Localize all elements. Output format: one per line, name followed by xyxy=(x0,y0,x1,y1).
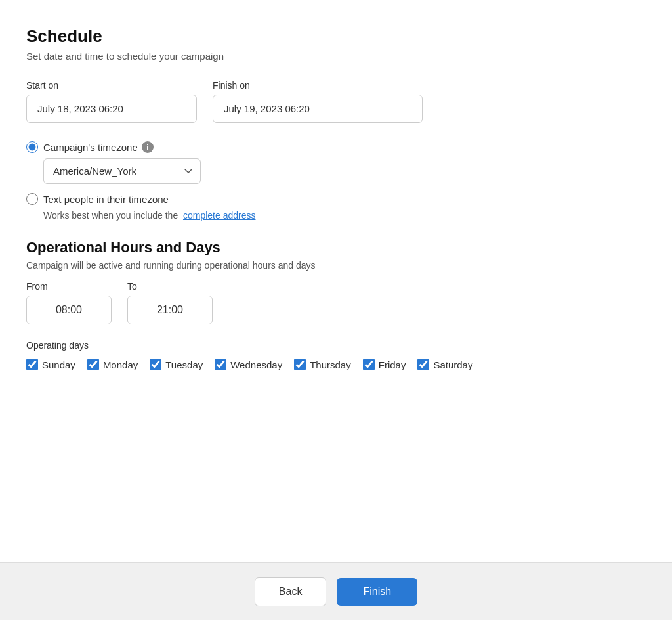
day-thursday[interactable]: Thursday xyxy=(294,359,351,370)
saturday-checkbox[interactable] xyxy=(417,359,429,370)
start-on-input[interactable] xyxy=(26,95,197,123)
finish-button[interactable]: Finish xyxy=(337,578,417,606)
from-label: From xyxy=(26,281,112,292)
sunday-checkbox[interactable] xyxy=(26,359,38,370)
info-icon[interactable]: i xyxy=(142,141,154,153)
personal-timezone-option[interactable]: Text people in their timezone xyxy=(26,193,646,205)
hours-row: From To xyxy=(26,281,646,324)
to-label: To xyxy=(127,281,213,292)
back-button[interactable]: Back xyxy=(255,577,327,606)
personal-timezone-label: Text people in their timezone xyxy=(43,194,169,205)
operational-desc: Campaign will be active and running duri… xyxy=(26,260,646,271)
day-friday[interactable]: Friday xyxy=(363,359,406,370)
finish-on-group: Finish on xyxy=(213,80,423,123)
to-group: To xyxy=(127,281,213,324)
campaign-timezone-option[interactable]: Campaign's timezone i xyxy=(26,141,646,153)
day-sunday[interactable]: Sunday xyxy=(26,359,75,370)
start-on-group: Start on xyxy=(26,80,197,123)
to-time-input[interactable] xyxy=(127,296,213,324)
wednesday-checkbox[interactable] xyxy=(215,359,226,370)
finish-on-input[interactable] xyxy=(213,95,423,123)
timezone-section: Campaign's timezone i America/New_York A… xyxy=(26,141,646,221)
campaign-timezone-label: Campaign's timezone i xyxy=(43,141,154,153)
finish-on-label: Finish on xyxy=(213,80,423,91)
timezone-select-wrapper: America/New_York America/Chicago America… xyxy=(43,158,646,184)
day-monday[interactable]: Monday xyxy=(87,359,138,370)
date-row: Start on Finish on xyxy=(26,80,646,123)
footer-bar: Back Finish xyxy=(0,562,672,620)
operational-title: Operational Hours and Days xyxy=(26,239,646,256)
day-wednesday[interactable]: Wednesday xyxy=(215,359,282,370)
friday-checkbox[interactable] xyxy=(363,359,375,370)
main-content: Schedule Set date and time to schedule y… xyxy=(0,0,672,562)
page-title: Schedule xyxy=(26,26,646,47)
start-on-label: Start on xyxy=(26,80,197,91)
tuesday-checkbox[interactable] xyxy=(150,359,161,370)
operational-section: Operational Hours and Days Campaign will… xyxy=(26,239,646,370)
complete-address-link[interactable]: complete address xyxy=(183,210,256,221)
from-group: From xyxy=(26,281,112,324)
monday-checkbox[interactable] xyxy=(87,359,99,370)
personal-timezone-radio[interactable] xyxy=(26,193,38,205)
personal-timezone-sub: Works best when you include the complete… xyxy=(43,210,646,221)
timezone-select[interactable]: America/New_York America/Chicago America… xyxy=(43,158,201,184)
day-tuesday[interactable]: Tuesday xyxy=(150,359,203,370)
campaign-timezone-radio[interactable] xyxy=(26,141,38,153)
thursday-checkbox[interactable] xyxy=(294,359,306,370)
operating-days-label: Operating days xyxy=(26,340,646,351)
day-saturday[interactable]: Saturday xyxy=(417,359,472,370)
days-row: Sunday Monday Tuesday Wednesday Thursday… xyxy=(26,359,646,370)
from-time-input[interactable] xyxy=(26,296,112,324)
page-subtitle: Set date and time to schedule your campa… xyxy=(26,51,646,62)
